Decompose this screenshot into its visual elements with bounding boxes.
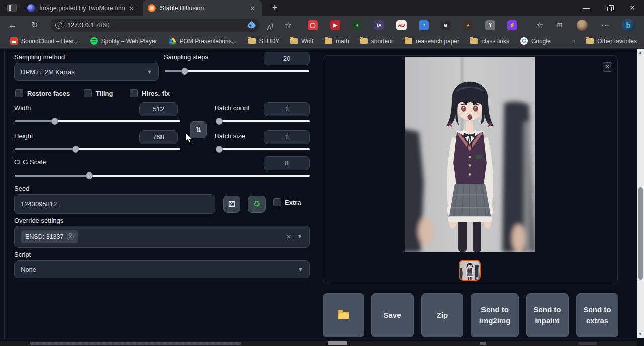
close-window-button[interactable]: ✕: [621, 0, 644, 15]
bookmark-folder-shortenr[interactable]: shortenr: [360, 38, 393, 45]
read-aloud-icon[interactable]: A): [264, 16, 277, 34]
cfg-scale-value[interactable]: 8: [264, 156, 310, 170]
vertical-scrollbar[interactable]: ▲ ▼: [637, 49, 644, 338]
scroll-up-icon[interactable]: ▲: [637, 50, 644, 55]
tab2-title: Stable Diffusion: [160, 5, 246, 12]
sampling-steps-slider[interactable]: [165, 68, 309, 75]
slider-handle[interactable]: [216, 146, 223, 153]
seed-label: Seed: [14, 185, 29, 192]
site-info-icon[interactable]: i: [55, 22, 62, 29]
save-button[interactable]: Save: [371, 293, 414, 337]
back-icon[interactable]: ←: [6, 16, 19, 34]
minimize-button[interactable]: —: [575, 0, 598, 15]
sampling-method-dropdown[interactable]: DPM++ 2M Karras ▼: [14, 63, 159, 81]
extension-icon[interactable]: ◕: [463, 20, 473, 30]
add-favorite-icon[interactable]: ☆: [282, 16, 295, 34]
clear-all-icon[interactable]: ✕: [286, 233, 291, 240]
batch-count-label: Batch count: [215, 104, 250, 112]
spotify-icon: [90, 37, 98, 45]
height-value[interactable]: 768: [139, 130, 178, 144]
reuse-seed-recycle-button[interactable]: ♻: [248, 196, 266, 213]
drive-icon: [169, 38, 176, 45]
cfg-scale-label: CFG Scale: [14, 158, 46, 166]
hires-fix-checkbox[interactable]: [130, 89, 138, 97]
slider-handle[interactable]: [216, 118, 223, 125]
horizontal-scrollbar-thumb[interactable]: [30, 342, 242, 345]
sampling-steps-label: Sampling steps: [164, 53, 208, 61]
settings-menu-icon[interactable]: ⋯: [599, 16, 612, 34]
bookmark-soundcloud[interactable]: SoundCloud – Hear...: [10, 37, 79, 45]
generated-image[interactable]: [405, 57, 535, 252]
close-image-icon[interactable]: ×: [603, 62, 612, 72]
other-favorites[interactable]: Other favorites: [586, 38, 637, 45]
cfg-scale-slider[interactable]: [15, 172, 310, 179]
favorites-bar-icon[interactable]: ☆: [533, 16, 546, 34]
send-to-img2img-button[interactable]: Send to img2img: [471, 293, 519, 337]
chevron-down-icon[interactable]: ▼: [297, 234, 302, 239]
extra-seed-checkbox[interactable]: [273, 198, 281, 206]
extension-icon[interactable]: ◔: [419, 20, 429, 30]
bing-chat-icon[interactable]: b: [622, 19, 635, 32]
tiling-checkbox[interactable]: [84, 89, 92, 97]
gallery-thumbnail-selected[interactable]: [459, 260, 481, 281]
extension-icon[interactable]: ◯: [308, 20, 318, 30]
tab-stable-diffusion[interactable]: Stable Diffusion ✕: [143, 0, 262, 16]
override-settings-box[interactable]: ENSD: 31337 ✕ ✕ ▼: [14, 226, 310, 248]
extension-icon[interactable]: AD: [396, 20, 407, 30]
batch-count-slider[interactable]: [216, 118, 310, 125]
refresh-icon[interactable]: ↻: [28, 16, 41, 34]
bookmark-folder-study[interactable]: STUDY: [248, 38, 280, 45]
width-value[interactable]: 512: [139, 102, 178, 116]
tab-image-posted[interactable]: Image posted by TwoMoreTimes ✕: [22, 0, 142, 16]
height-slider[interactable]: [15, 146, 180, 153]
extension-icon[interactable]: IA: [374, 20, 384, 30]
slider-handle[interactable]: [72, 146, 79, 153]
bookmark-spotify[interactable]: Spotify – Web Player: [90, 37, 157, 45]
restore-faces-checkbox[interactable]: [15, 89, 23, 97]
slider-handle[interactable]: [86, 172, 93, 179]
bookmarks-overflow-chevron[interactable]: ›: [573, 37, 575, 45]
slider-handle[interactable]: [181, 68, 188, 75]
batch-size-value[interactable]: 1: [264, 130, 310, 144]
slider-handle[interactable]: [51, 118, 58, 125]
extension-icon[interactable]: ⚡: [507, 20, 517, 30]
script-dropdown[interactable]: None ▼: [14, 260, 310, 278]
tab1-close-icon[interactable]: ✕: [129, 5, 134, 12]
panel-divider: [4, 50, 5, 339]
zip-button[interactable]: Zip: [421, 293, 463, 337]
bookmark-folder-research[interactable]: reasearch paper: [405, 38, 459, 45]
extension-icon[interactable]: Y: [485, 20, 495, 30]
url-text[interactable]: 127.0.0.1:7860: [67, 22, 109, 29]
batch-count-value[interactable]: 1: [264, 102, 310, 116]
override-tag-chip[interactable]: ENSD: 31337 ✕: [21, 230, 78, 243]
extension-icon[interactable]: 🜔: [441, 20, 451, 30]
bookmark-pom[interactable]: POM Presentations...: [169, 38, 237, 45]
tab2-close-icon[interactable]: ✕: [250, 5, 255, 12]
bookmark-folder-math[interactable]: math: [325, 38, 349, 45]
collections-icon[interactable]: ⊞: [553, 16, 567, 34]
send-to-extras-button[interactable]: Send to extras: [576, 293, 618, 337]
extension-icon[interactable]: ♦: [352, 20, 362, 30]
bookmark-folder-wolf[interactable]: Wolf: [290, 38, 313, 45]
seed-input[interactable]: [14, 194, 215, 214]
scrollbar-thumb[interactable]: [638, 187, 643, 280]
open-folder-button[interactable]: [323, 293, 364, 337]
new-tab-button[interactable]: +: [269, 2, 281, 14]
send-to-inpaint-button[interactable]: Send to inpaint: [526, 293, 569, 337]
workspaces-icon[interactable]: [7, 4, 17, 12]
width-slider[interactable]: [15, 118, 180, 125]
batch-size-slider[interactable]: [216, 146, 310, 153]
scroll-down-icon[interactable]: ▼: [637, 332, 644, 336]
remove-tag-icon[interactable]: ✕: [67, 233, 74, 240]
bookmark-google[interactable]: GGoogle: [520, 37, 551, 45]
script-label: Script: [14, 251, 31, 258]
address-bar[interactable]: i 127.0.0.1:7860: [50, 19, 260, 32]
bookmark-folder-classlinks[interactable]: class links: [470, 38, 509, 45]
sampling-steps-value[interactable]: 20: [264, 52, 310, 65]
random-seed-dice-button[interactable]: ⚄: [223, 196, 240, 213]
extension-icon[interactable]: ▶: [330, 20, 340, 30]
shopping-tag-icon[interactable]: [247, 21, 256, 30]
tab-strip: Image posted by TwoMoreTimes ✕ Stable Di…: [0, 0, 644, 16]
restore-button[interactable]: [598, 0, 621, 15]
profile-avatar[interactable]: [577, 20, 588, 31]
